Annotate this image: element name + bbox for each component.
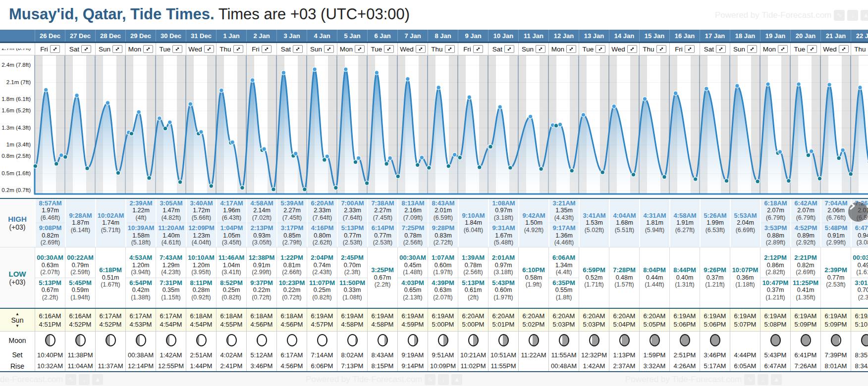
moon-phase-icon: [619, 334, 630, 346]
tide-entry: 8:52PM0.25m(0.82ft): [217, 278, 246, 303]
expand-day-button[interactable]: [473, 45, 483, 53]
tide-height-ft: (7.45ft): [277, 214, 307, 222]
tide-entry: 9:42AM1.50m(4.92ft): [519, 211, 548, 236]
expand-day-button[interactable]: [747, 45, 757, 53]
tide-entry: 4:53AM1.20m(3.94ft): [126, 253, 156, 278]
moon-phase-wrap: [428, 332, 458, 349]
expand-day-button[interactable]: [656, 45, 666, 53]
moon-phase-icon: [770, 334, 781, 346]
expand-day-button[interactable]: [112, 45, 122, 53]
expand-day-button[interactable]: [536, 45, 545, 53]
expand-day-button[interactable]: [627, 45, 637, 53]
weekday-row: FriSatSunMonTueWedThuFriSatSunMonTueWedT…: [0, 43, 868, 55]
tide-point-high: [230, 140, 235, 145]
tide-time: 5:53AM: [731, 212, 760, 220]
weekday-cell-20-Jan: Tue: [790, 43, 820, 55]
expand-day-button[interactable]: [685, 45, 695, 53]
expand-day-button[interactable]: [204, 45, 214, 53]
tide-height-m: 2.16m: [398, 207, 428, 214]
expand-day-button[interactable]: [324, 45, 334, 53]
tide-point-low: [334, 186, 338, 190]
expand-day-button[interactable]: [504, 45, 514, 53]
expand-day-button[interactable]: [416, 45, 426, 53]
moonrise-time: 11:37AM: [96, 361, 125, 371]
expand-day-button[interactable]: [566, 45, 576, 53]
expand-day-button[interactable]: [81, 45, 91, 53]
low-cell-8-Jan: 1:07AM0.60m(1.97ft)4:39PM0.63m(2.07ft): [428, 247, 458, 308]
tide-time: 4:58AM: [247, 200, 276, 207]
sunrise-time: 6:16AM: [39, 312, 61, 320]
tide-height-m: 1.04m: [217, 262, 246, 269]
tide-time: 9:42AM: [519, 212, 548, 220]
tide-time: 6:20AM: [308, 200, 337, 207]
moon-phase-wrap: [65, 332, 95, 349]
moonset-time: [96, 349, 125, 361]
tide-height-m: 0.60m: [488, 287, 518, 294]
moon-cell-29-Dec: 00:38AM12:14PM: [125, 332, 156, 371]
sun-cell-28-Dec: 6:17AM4:52PM: [95, 309, 125, 331]
moonset-time: 8:35PM: [851, 349, 868, 361]
tide-height-ft: (2.72ft): [429, 239, 458, 246]
low-cell-7-Jan: 00:30AM0.45m(1.48ft)4:03PM0.65m(2.13ft): [397, 247, 428, 308]
tide-entry: 5:39AM2.27m(7.45ft): [277, 198, 307, 223]
watermark-text: Powered by Tide-Forecast.com: [0, 375, 63, 385]
high-cell-8-Jan: 8:43AM2.01m(6.59ft)9:28PM0.83m(2.72ft): [428, 199, 458, 247]
high-cell-11-Jan: 9:42AM1.50m(4.92ft): [518, 199, 548, 247]
moon-phase-icon: [347, 334, 358, 346]
date-header-18-Jan: 18 Jan: [730, 30, 760, 42]
date-header-row: 26 Dec27 Dec28 Dec29 Dec30 Dec31 Dec1 Ja…: [0, 30, 868, 43]
tide-height-ft: (3.45ft): [217, 239, 246, 246]
expand-day-button[interactable]: [716, 45, 726, 53]
expand-day-button[interactable]: [596, 45, 605, 53]
tide-height-ft: (3.08ft): [852, 239, 868, 246]
expand-day-button[interactable]: [233, 45, 243, 53]
expand-day-button[interactable]: [143, 45, 153, 53]
high-cell-5-Jan: 7:00AM2.33m(7.64ft)5:13PM0.77m(2.53ft): [337, 199, 367, 247]
expand-day-button[interactable]: [355, 45, 365, 53]
date-header-4-Jan: 4 Jan: [307, 30, 337, 42]
tide-entry: 8:13AM2.16m(7.09ft): [398, 198, 428, 223]
tide-height-ft: (2.82ft): [760, 269, 790, 276]
moon-cell-7-Jan: 9:19AM9:14PM: [397, 332, 428, 371]
expand-day-button[interactable]: [839, 45, 849, 53]
moon-phase-wrap: [791, 332, 820, 349]
tide-height-m: 2.33m: [308, 207, 337, 214]
moon-phase-icon: [75, 334, 86, 346]
tide-height-m: 1.67m: [489, 232, 518, 240]
moonrise-time: 00:48AM: [549, 361, 579, 371]
moonrise-time: 8:15PM: [368, 361, 397, 371]
tide-height-ft: (2.53ft): [368, 239, 397, 246]
tide-point-low: [129, 132, 134, 136]
high-cell-9-Jan: 9:10AM1.84m(6.04ft): [458, 199, 488, 247]
tide-entry: 2:45PM0.70m(2.3ft): [337, 253, 367, 278]
tide-entry: 00:30AM0.63m(2.07ft): [35, 253, 65, 278]
expand-day-button[interactable]: [293, 45, 303, 53]
tide-time: 4:52PM: [791, 225, 820, 232]
expand-day-button[interactable]: [262, 45, 271, 53]
sun-cell-21-Jan: 6:19AM5:09PM: [820, 309, 851, 331]
expand-icon: [659, 47, 664, 51]
moon-phase-icon: [589, 334, 599, 346]
expand-day-button[interactable]: [172, 45, 182, 53]
tide-entry: 4:17AM1.96m(6.43ft): [217, 198, 246, 223]
next-page-button[interactable]: [848, 202, 868, 222]
tide-height-m: 0.63m: [35, 262, 65, 269]
weekday-cell-27-Dec: Sat: [65, 43, 95, 55]
expand-day-button[interactable]: [445, 45, 455, 53]
weekday-label: Thu: [643, 46, 654, 53]
moon-cell-18-Jan: 4:44PM6:05AM: [730, 332, 760, 371]
tide-entry: 5:43PM0.60m(1.97ft): [488, 278, 518, 303]
timezone-label: (+03): [9, 223, 25, 231]
expand-day-button[interactable]: [778, 45, 788, 53]
tide-point-high: [612, 104, 616, 109]
tide-height-ft: (1.38ft): [126, 294, 156, 301]
expand-day-button[interactable]: [50, 45, 60, 53]
tide-entry: 6:14PM0.77m(2.53ft): [368, 223, 397, 248]
tide-entry: 3:25PM0.67m(2.2ft): [368, 265, 397, 290]
expand-day-button[interactable]: [384, 45, 394, 53]
expand-icon: [207, 47, 212, 51]
tide-entry: 4:03PM0.65m(2.13ft): [398, 278, 428, 303]
expand-day-button[interactable]: [807, 45, 817, 53]
watermark-text: Powered by Tide-Forecast.com: [715, 10, 831, 20]
tide-point-low: [631, 173, 636, 177]
